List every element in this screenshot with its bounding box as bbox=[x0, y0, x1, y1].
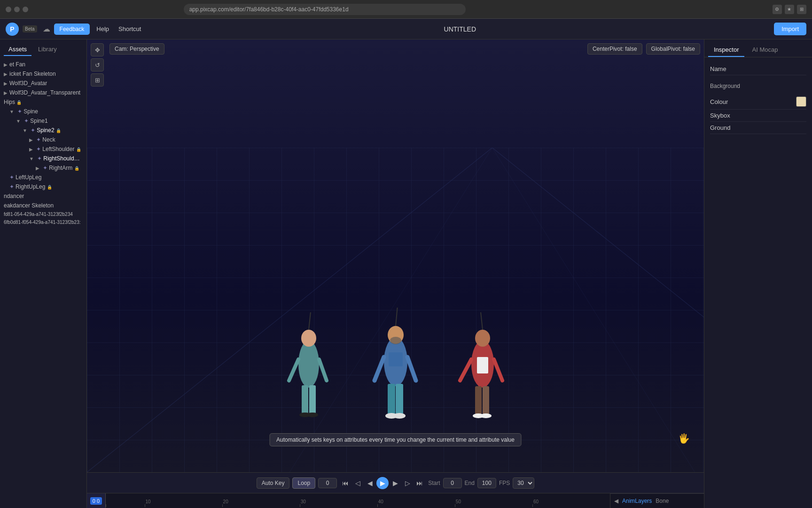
fps-select[interactable]: 30 24 60 bbox=[513, 477, 534, 489]
list-item[interactable]: fd81-054-429a-a741-3123f2b234 bbox=[0, 210, 86, 218]
center-pivot-label[interactable]: CenterPivot: false bbox=[587, 43, 642, 55]
transport-controls: ⏮ ◁ ◀ ▶ ▶ ▷ ⏭ bbox=[340, 477, 425, 489]
inspector-tabs: Inspector AI Mocap bbox=[704, 40, 812, 57]
svg-rect-26 bbox=[477, 357, 488, 373]
list-item[interactable]: ▶Wolf3D_Avatar bbox=[0, 79, 86, 88]
browser-ext-icon[interactable]: ★ bbox=[785, 5, 794, 14]
tab-dot bbox=[6, 7, 11, 12]
ruler-track[interactable]: 10 20 30 40 bbox=[106, 493, 610, 508]
inspector-ground-row: Ground bbox=[710, 122, 806, 134]
list-item[interactable]: ▼ ✦Spine2 🔒 bbox=[0, 126, 86, 135]
svg-rect-22 bbox=[396, 384, 403, 414]
auto-key-button[interactable]: Auto Key bbox=[257, 477, 290, 489]
start-frame-input[interactable] bbox=[443, 478, 462, 488]
list-item[interactable]: ▶ ✦RightArm 🔒 bbox=[0, 163, 86, 173]
play-button[interactable]: ▶ bbox=[376, 477, 389, 489]
url-bar[interactable]: app.pixcap.com/editor/7fa846bd-b28c-40f4… bbox=[184, 4, 466, 15]
inspector-background-section: Background Colour Skybox Ground bbox=[710, 83, 806, 134]
global-pivot-label[interactable]: GlobalPivot: false bbox=[646, 43, 700, 55]
list-item[interactable]: ▶ ✦LeftShoulder 🔒 bbox=[0, 144, 86, 154]
list-item[interactable]: 6fb0d81-f054-429a-a741-3123f2b23: bbox=[0, 218, 86, 226]
anim-layers-button[interactable]: AnimLayers bbox=[622, 498, 652, 504]
ruler-mark-60: 60 bbox=[532, 499, 610, 507]
browser-icons: ⚙ ★ ⊞ bbox=[773, 5, 806, 14]
character-1[interactable] bbox=[281, 312, 337, 435]
camera-label[interactable]: Cam: Perspective bbox=[109, 43, 164, 55]
list-item[interactable]: ndancer bbox=[0, 191, 86, 201]
colour-swatch[interactable] bbox=[796, 96, 806, 107]
ruler-marks: 10 20 30 40 bbox=[106, 493, 610, 508]
prev-frame-button[interactable]: ◀ bbox=[364, 477, 375, 489]
start-label: Start bbox=[428, 480, 440, 486]
list-item[interactable]: ▶icket Fan Skeleton bbox=[0, 69, 86, 79]
ground-label: Ground bbox=[710, 124, 806, 131]
svg-rect-32 bbox=[483, 386, 489, 414]
list-item[interactable]: ✦LeftUpLeg bbox=[0, 173, 86, 182]
list-item[interactable]: Hips 🔒 bbox=[0, 97, 86, 107]
skip-to-start-button[interactable]: ⏮ bbox=[340, 477, 351, 489]
hand-cursor-icon: 🖐 bbox=[678, 433, 690, 444]
next-frame-button[interactable]: ▶ bbox=[390, 477, 401, 489]
next-key-button[interactable]: ▷ bbox=[402, 477, 413, 489]
tab-library[interactable]: Library bbox=[33, 43, 62, 56]
move-tool-button[interactable]: ✥ bbox=[91, 43, 104, 56]
character-3[interactable] bbox=[454, 312, 511, 435]
left-sidebar: Assets Library ▶et Fan ▶icket Fan Skelet… bbox=[0, 40, 87, 508]
lock-icon: 🔒 bbox=[81, 157, 86, 161]
current-frame-input[interactable] bbox=[318, 478, 337, 488]
lock-icon: 🔒 bbox=[47, 185, 52, 190]
anim-layers-prev-button[interactable]: ◀ bbox=[614, 498, 618, 504]
item-icon: ▶ bbox=[4, 81, 8, 86]
list-item[interactable]: eakdancer Skeleton bbox=[0, 201, 86, 210]
expand-icon: ▶ bbox=[36, 166, 39, 171]
help-menu-button[interactable]: Help bbox=[92, 23, 114, 35]
bone-button[interactable]: Bone bbox=[656, 498, 669, 504]
svg-line-9 bbox=[319, 359, 327, 381]
svg-rect-10 bbox=[302, 385, 308, 413]
list-item[interactable]: ▶Wolf3D_Avatar_Transparent bbox=[0, 88, 86, 97]
list-item[interactable]: ▶et Fan bbox=[0, 60, 86, 69]
characters-container bbox=[281, 308, 511, 435]
tooltip-text: Automatically sets keys on attributes ev… bbox=[276, 437, 515, 443]
frame-counter: 0 0 bbox=[87, 493, 106, 508]
app-logo: P bbox=[6, 23, 19, 36]
list-item[interactable]: ▼ ✦RightShoulder 🔒 bbox=[0, 154, 86, 163]
tab-ai-mocap[interactable]: AI Mocap bbox=[746, 43, 783, 57]
lock-icon: 🔒 bbox=[16, 100, 22, 105]
item-icon: ▶ bbox=[4, 90, 8, 95]
svg-rect-21 bbox=[388, 384, 395, 414]
browser-ext-icon[interactable]: ⚙ bbox=[773, 5, 782, 14]
list-item[interactable]: ✦RightUpLeg 🔒 bbox=[0, 182, 86, 191]
svg-line-8 bbox=[289, 359, 298, 381]
frame-counter-value: 0 0 bbox=[90, 497, 102, 505]
inspector-name-row: Name bbox=[710, 63, 806, 75]
feedback-button[interactable]: Feedback bbox=[54, 24, 90, 35]
skip-to-end-button[interactable]: ⏭ bbox=[414, 477, 425, 489]
menu-bar: P Beta ☁ Feedback Help Shortcut UNTITLED… bbox=[0, 19, 812, 40]
svg-point-6 bbox=[301, 330, 316, 347]
3d-viewport[interactable]: ✥ ↺ ⊞ Cam: Perspective CenterPivot: fals… bbox=[87, 40, 704, 472]
expand-icon: ▶ bbox=[4, 62, 8, 67]
browser-ext-icon[interactable]: ⊞ bbox=[797, 5, 806, 14]
lock-icon: 🔒 bbox=[76, 147, 81, 152]
fps-label: FPS bbox=[499, 480, 510, 486]
svg-point-17 bbox=[390, 337, 401, 344]
shortcut-menu-button[interactable]: Shortcut bbox=[114, 23, 146, 35]
svg-line-29 bbox=[460, 359, 471, 381]
prev-key-button[interactable]: ◁ bbox=[352, 477, 363, 489]
tab-inspector[interactable]: Inspector bbox=[708, 43, 744, 57]
rotate-tool-button[interactable]: ↺ bbox=[91, 58, 104, 71]
list-item[interactable]: ▶ ✦Neck bbox=[0, 135, 86, 144]
svg-point-24 bbox=[393, 413, 406, 419]
list-item[interactable]: ▼ ✦Spine bbox=[0, 107, 86, 116]
end-frame-input[interactable] bbox=[477, 478, 496, 488]
character-2[interactable] bbox=[365, 308, 426, 435]
loop-button[interactable]: Loop bbox=[292, 477, 315, 489]
ruler-mark-50: 50 bbox=[455, 499, 532, 507]
tab-assets[interactable]: Assets bbox=[4, 43, 31, 56]
import-button[interactable]: Import bbox=[774, 23, 806, 35]
scale-tool-button[interactable]: ⊞ bbox=[91, 73, 104, 87]
tab-dot bbox=[23, 7, 28, 12]
ruler-mark-0 bbox=[106, 504, 145, 507]
list-item[interactable]: ▼ ✦Spine1 bbox=[0, 116, 86, 126]
